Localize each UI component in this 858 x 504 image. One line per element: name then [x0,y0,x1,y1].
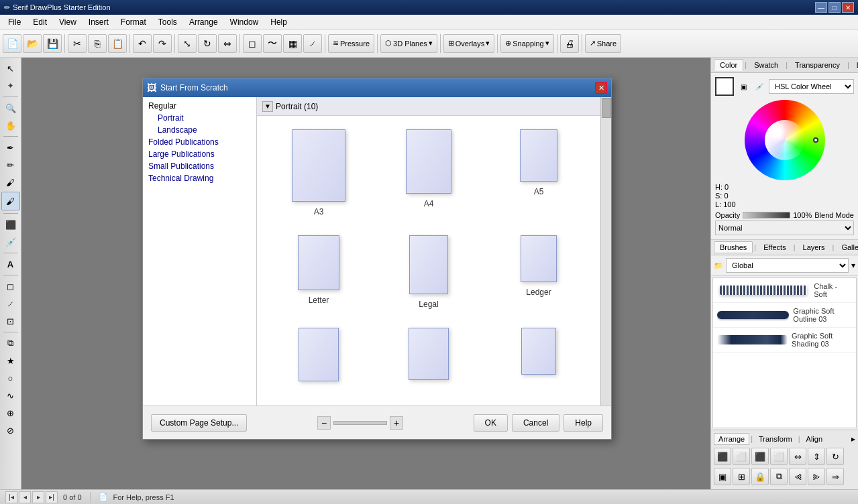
menu-edit[interactable]: Edit [28,16,52,28]
copy-button[interactable]: ⎘ [88,34,107,53]
menu-view[interactable]: View [54,16,82,28]
sponge-tool[interactable]: ○ [3,370,19,386]
clone-tool[interactable]: ⊕ [3,405,19,421]
pencil-tool[interactable]: ✏ [3,157,19,173]
shape-tool[interactable]: ◻ [3,278,19,294]
ok-button[interactable]: OK [474,414,508,432]
page-item-a5[interactable]: A5 [490,129,587,222]
rotate-button[interactable]: ↻ [198,34,217,53]
tree-regular[interactable]: Regular [146,100,254,112]
share-button[interactable]: ↗ Share [585,34,621,53]
opacity-slider[interactable] [743,212,790,218]
tab-align[interactable]: Align [802,433,827,445]
page-item-9[interactable] [490,328,587,392]
zoom-in-button[interactable]: + [390,416,403,430]
last-page-btn[interactable]: ▸| [46,491,58,503]
shape-button[interactable]: ◻ [243,34,262,53]
maximize-button[interactable]: □ [828,2,841,13]
page-item-a3[interactable]: A3 [270,129,367,222]
open-button[interactable]: 📂 [23,34,42,53]
duplicate-btn[interactable]: ⧉ [770,468,788,485]
bring-to-front-btn[interactable]: ⬛ [714,448,731,465]
overlays-button[interactable]: ⊞ Overlays ▾ [443,34,494,53]
redo-button[interactable]: ↷ [153,34,172,53]
send-to-back-btn[interactable]: ⬜ [770,448,788,465]
help-button[interactable]: Help [564,414,603,432]
tree-portrait[interactable]: Portrait [146,112,254,124]
rotate-cw-btn[interactable]: ↻ [826,448,844,465]
tab-transparency[interactable]: Transparency [789,59,846,71]
zoom-tool[interactable]: 🔍 [3,100,19,116]
brush-item-chalk-soft[interactable]: Chalk - Soft [713,278,856,303]
pan-tool[interactable]: ✋ [3,117,19,133]
fill-tool[interactable]: ⬛ [3,216,19,233]
tab-layers[interactable]: Layers [797,241,831,253]
blend-mode-select[interactable]: Normal [715,220,854,235]
tab-arrange[interactable]: Arrange [714,433,749,445]
tab-color[interactable]: Color [714,59,743,71]
snapping-button[interactable]: ⊕ Snapping ▾ [500,34,554,53]
layer-tool[interactable]: ⧉ [3,335,19,351]
menu-arrange[interactable]: Arrange [184,16,223,28]
ungroup-btn[interactable]: ⊞ [733,468,750,485]
scrollbar-thumb[interactable] [602,98,611,118]
fill-color-btn[interactable]: ▣ [737,80,750,93]
flip-button[interactable]: ⇔ [218,34,237,53]
fill-button[interactable]: ▦ [283,34,302,53]
page-item-letter[interactable]: Letter [270,235,367,314]
menu-tools[interactable]: Tools [153,16,182,28]
color-wheel-indicator[interactable] [813,137,818,143]
paint-tool[interactable]: 🖌 [1,192,20,210]
flip-v-btn[interactable]: ⇕ [808,448,825,465]
transform-button[interactable]: ⤡ [178,34,197,53]
menu-format[interactable]: Format [115,16,152,28]
align-left-btn[interactable]: ⫷ [789,468,806,485]
save-button[interactable]: 💾 [43,34,62,53]
page-item-legal[interactable]: Legal [380,235,477,314]
line-tool[interactable]: ⟋ [3,296,19,312]
brush-category-select[interactable]: Global [726,258,849,273]
tab-swatch[interactable]: Swatch [748,59,784,71]
tab-transform[interactable]: Transform [754,433,797,445]
tab-gallery[interactable]: Gallery [835,241,858,253]
align-right-btn[interactable]: ⇒ [826,468,844,485]
eyedropper-tool[interactable]: 💉 [3,234,19,250]
zoom-out-button[interactable]: − [317,416,331,430]
dialog-scrollbar[interactable] [600,97,611,405]
select-tool[interactable]: ↖ [3,60,19,76]
effects-tool[interactable]: ★ [3,353,19,369]
crop-tool[interactable]: ⊡ [3,313,19,329]
tree-landscape[interactable]: Landscape [146,124,254,136]
pen-tool[interactable]: ✒ [3,139,19,155]
tab-line[interactable]: Line [851,59,858,71]
zoom-slider[interactable] [333,421,387,425]
lock-btn[interactable]: 🔒 [751,468,769,485]
tree-technical[interactable]: Technical Drawing [146,172,254,184]
curve-button[interactable]: 〜 [263,34,282,53]
custom-page-setup-button[interactable]: Custom Page Setup... [151,414,247,432]
next-page-btn[interactable]: ▸ [32,491,44,503]
flip-h-btn[interactable]: ⇔ [789,448,806,465]
cut-button[interactable]: ✂ [68,34,87,53]
brush-item-outline[interactable]: Graphic Soft Outline 03 [713,303,856,328]
cancel-button[interactable]: Cancel [512,414,559,432]
tab-brushes[interactable]: Brushes [714,241,753,253]
tab-effects[interactable]: Effects [757,241,792,253]
print-button[interactable]: 🖨 [560,34,579,53]
minimize-button[interactable]: — [815,2,827,13]
arr-expand-icon[interactable]: ▸ [851,434,855,444]
undo-button[interactable]: ↶ [133,34,152,53]
send-backward-btn[interactable]: ⬛ [751,448,769,465]
tree-large[interactable]: Large Publications [146,148,254,160]
erase-tool[interactable]: ⊘ [3,422,19,438]
bring-forward-btn[interactable]: ⬜ [733,448,750,465]
dialog-close-button[interactable]: ✕ [595,82,607,94]
color-swatch[interactable] [715,77,734,96]
color-wheel-mode[interactable]: HSL Color Wheel [769,79,854,94]
close-button[interactable]: ✕ [842,2,854,13]
page-item-ledger[interactable]: Ledger [490,235,587,314]
line-button[interactable]: ⟋ [303,34,322,53]
smudge-tool[interactable]: ∿ [3,387,19,403]
3dplanes-button[interactable]: ⬡ 3D Planes ▾ [380,34,437,53]
pressure-button[interactable]: ≋ Pressure [328,34,374,53]
